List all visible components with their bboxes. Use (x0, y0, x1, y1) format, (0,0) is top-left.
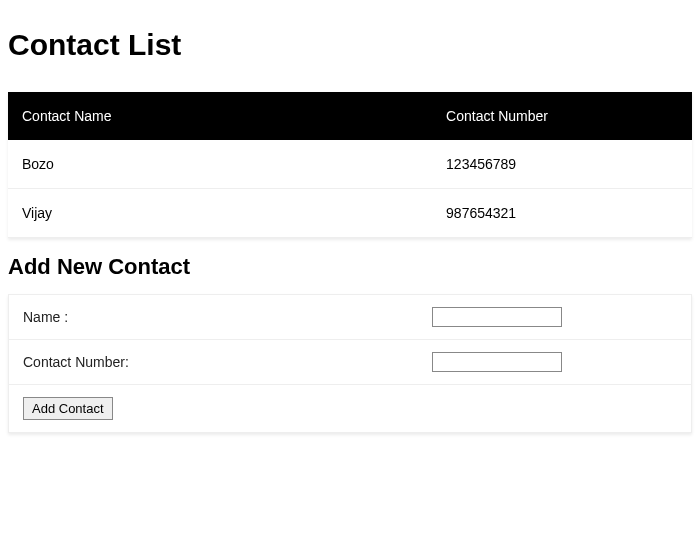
table-header-name: Contact Name (8, 92, 432, 140)
name-input[interactable] (432, 307, 562, 327)
number-label: Contact Number: (9, 340, 419, 385)
name-input-cell (418, 295, 691, 340)
add-contact-title: Add New Contact (8, 254, 692, 280)
contact-number-input[interactable] (432, 352, 562, 372)
contact-number-cell: 987654321 (432, 189, 692, 238)
table-row: Bozo 123456789 (8, 140, 692, 189)
table-row: Vijay 987654321 (8, 189, 692, 238)
contact-name-cell: Vijay (8, 189, 432, 238)
contact-name-cell: Bozo (8, 140, 432, 189)
contact-number-cell: 123456789 (432, 140, 692, 189)
number-input-cell (418, 340, 691, 385)
form-row-number: Contact Number: (9, 340, 692, 385)
table-header-row: Contact Name Contact Number (8, 92, 692, 140)
page-title: Contact List (8, 28, 692, 62)
contact-table: Contact Name Contact Number Bozo 1234567… (8, 92, 692, 238)
submit-cell: Add Contact (9, 385, 692, 433)
form-row-submit: Add Contact (9, 385, 692, 433)
add-contact-button[interactable]: Add Contact (23, 397, 113, 420)
form-row-name: Name : (9, 295, 692, 340)
name-label: Name : (9, 295, 419, 340)
add-contact-form: Name : Contact Number: Add Contact (8, 294, 692, 433)
table-header-number: Contact Number (432, 92, 692, 140)
